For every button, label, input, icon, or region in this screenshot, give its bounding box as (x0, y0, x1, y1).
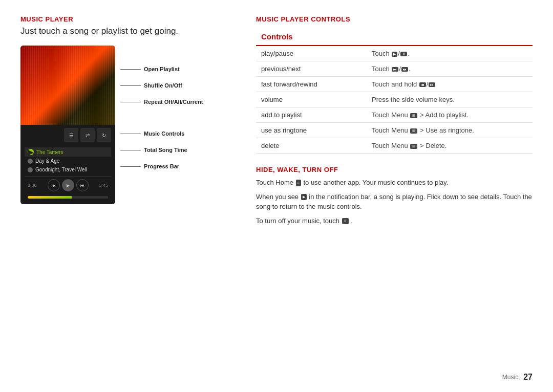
control-row-delete: delete Touch Menu ⊞ > Delete. (256, 138, 533, 154)
play-notif-icon: ▶ (301, 194, 307, 201)
callout-label-6: Progress Bar (144, 163, 179, 169)
play-controls: ⏮ ▶ ⏭ (48, 179, 89, 191)
prev-button[interactable]: ⏮ (48, 179, 60, 191)
shuffle-button[interactable]: ⇌ (80, 128, 95, 142)
callout-music-controls: Music Controls (120, 130, 236, 137)
callout-line-6 (120, 166, 141, 167)
playlist-button[interactable]: ☰ (64, 128, 78, 142)
control-action-prev-next: previous/next (256, 61, 367, 77)
callout-line-2 (120, 85, 141, 86)
rew-icon-inline: ⏮ (419, 82, 426, 87)
hide-text-1: Touch Home ⌂ to use another app. Your mu… (256, 178, 533, 188)
controls-table: Controls play/pause Touch ▶/⏸. previous/… (256, 28, 533, 154)
control-desc-delete: Touch Menu ⊞ > Delete. (367, 138, 533, 154)
phone-controls-area: ☰ ⇌ ↻ ▶ The Tamers Day & Age (20, 125, 115, 204)
control-row-ringtone: use as ringtone Touch Menu ⊞ > Use as ri… (256, 123, 533, 138)
time-current: 2:36 (28, 183, 37, 188)
song-item-1[interactable]: ▶ The Tamers (25, 147, 111, 157)
progress-fill (28, 196, 72, 199)
hide-title: Hide, Wake, Turn Off (256, 166, 533, 173)
right-section-title: Music Player Controls (256, 15, 533, 23)
next-button[interactable]: ⏭ (76, 179, 89, 191)
song-icon-3 (28, 167, 33, 172)
control-row-ff-rew: fast forward/rewind Touch and hold ⏮/⏭ (256, 77, 533, 92)
phone-buttons-row: ☰ ⇌ ↻ (25, 128, 111, 142)
control-action-ff-rew: fast forward/rewind (256, 77, 367, 92)
control-desc-play: Touch ▶/⏸. (367, 46, 533, 61)
control-action-play: play/pause (256, 46, 367, 61)
control-row-add-playlist: add to playlist Touch Menu ⊞ > Add to pl… (256, 107, 533, 123)
menu-icon-1: ⊞ (410, 113, 417, 118)
callout-label-3: Repeat Off/All/Current (144, 99, 203, 105)
left-column: Music Player Just touch a song or playli… (20, 15, 236, 377)
callout-line-1 (120, 69, 141, 70)
control-action-volume: volume (256, 92, 367, 107)
controls-table-header: Controls (256, 28, 533, 46)
callout-label-1: Open Playlist (144, 66, 180, 72)
play-icon-inline: ▶ (392, 52, 397, 57)
callout-line-3 (120, 102, 141, 102)
playback-row: 2:36 ⏮ ▶ ⏭ 3:45 (25, 176, 111, 194)
home-icon-inline: ⌂ (296, 180, 301, 186)
control-row-volume: volume Press the side volume keys. (256, 92, 533, 107)
song-name-3: Goodnight, Travel Well (35, 167, 87, 172)
hide-section: Hide, Wake, Turn Off Touch Home ⌂ to use… (256, 166, 533, 226)
song-icon-1: ▶ (28, 149, 34, 155)
callout-line-4 (120, 134, 141, 134)
repeat-button[interactable]: ↻ (97, 128, 111, 142)
menu-icon-2: ⊞ (410, 128, 417, 134)
album-art (20, 46, 115, 125)
song-name-1: The Tamers (36, 149, 63, 155)
song-item-2[interactable]: Day & Age (25, 157, 111, 165)
next-icon-inline: ⏭ (401, 67, 408, 72)
control-desc-prev-next: Touch ⏮/⏭. (367, 61, 533, 77)
pause-icon-inline: ⏸ (400, 52, 407, 56)
time-total: 3:45 (99, 183, 108, 188)
ff-icon-inline: ⏭ (429, 82, 435, 87)
progress-track[interactable] (28, 196, 108, 199)
control-desc-volume: Press the side volume keys. (367, 92, 533, 107)
song-item-3[interactable]: Goodnight, Travel Well (25, 165, 111, 174)
hide-text-3: To turn off your music, touch ⏸ . (256, 216, 533, 226)
callout-progress-bar: Progress Bar (120, 163, 236, 169)
song-list: ▶ The Tamers Day & Age Goodnight, Travel… (25, 145, 111, 176)
footer-page: 27 (523, 373, 533, 382)
menu-icon-3: ⊞ (410, 144, 417, 149)
callout-shuffle: Shuffle On/Off (120, 82, 236, 89)
left-section-title: Music Player (20, 15, 236, 23)
pause-off-icon: ⏸ (342, 218, 349, 225)
control-desc-add-playlist: Touch Menu ⊞ > Add to playlist. (367, 107, 533, 123)
callout-open-playlist: Open Playlist (120, 66, 236, 72)
control-desc-ff-rew: Touch and hold ⏮/⏭ (367, 77, 533, 92)
song-icon-2 (28, 159, 33, 164)
footer-section: Music (502, 374, 518, 381)
callout-line-5 (120, 150, 141, 150)
page: Music Player Just touch a song or playli… (0, 0, 553, 392)
callout-repeat: Repeat Off/All/Current (120, 99, 236, 105)
callouts-area: Open Playlist Shuffle On/Off Repeat Off/… (115, 46, 236, 180)
hide-text-2: When you see ▶ in the notification bar, … (256, 192, 533, 212)
phone-screen: ☰ ⇌ ↻ ▶ The Tamers Day & Age (20, 46, 115, 204)
callout-label-2: Shuffle On/Off (144, 82, 182, 89)
phone-area: ☰ ⇌ ↻ ▶ The Tamers Day & Age (20, 46, 236, 204)
progress-bar-area (25, 194, 111, 201)
control-action-ringtone: use as ringtone (256, 123, 367, 138)
callout-total-time: Total Song Time (120, 147, 236, 153)
play-pause-button[interactable]: ▶ (62, 179, 74, 191)
control-row-play: play/pause Touch ▶/⏸. (256, 46, 533, 61)
prev-icon-inline: ⏮ (392, 67, 398, 72)
callout-label-4: Music Controls (144, 130, 184, 137)
intro-text: Just touch a song or playlist to get goi… (20, 26, 236, 36)
song-name-2: Day & Age (35, 158, 59, 164)
control-action-delete: delete (256, 138, 367, 154)
control-desc-ringtone: Touch Menu ⊞ > Use as ringtone. (367, 123, 533, 138)
control-action-add-playlist: add to playlist (256, 107, 367, 123)
page-footer: Music 27 (502, 373, 533, 382)
control-row-prev-next: previous/next Touch ⏮/⏭. (256, 61, 533, 77)
callout-label-5: Total Song Time (144, 147, 187, 153)
right-column: Music Player Controls Controls play/paus… (256, 15, 533, 377)
